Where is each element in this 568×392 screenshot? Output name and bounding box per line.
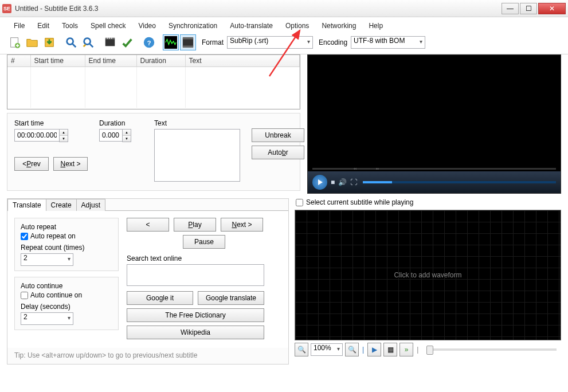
save-file-icon[interactable] xyxy=(41,34,57,50)
table-row[interactable] xyxy=(7,80,300,94)
auto-repeat-on-label: Auto repeat on xyxy=(30,232,76,240)
search-online-input[interactable] xyxy=(127,264,264,286)
maximize-button[interactable]: ☐ xyxy=(520,3,537,14)
new-file-icon[interactable] xyxy=(7,34,23,50)
svg-point-2 xyxy=(67,38,73,45)
menu-tools[interactable]: Tools xyxy=(56,21,84,31)
find-icon[interactable] xyxy=(63,34,79,50)
auto-continue-on-label: Auto continue on xyxy=(30,291,82,299)
svg-text:?: ? xyxy=(147,40,151,46)
menu-options[interactable]: Options xyxy=(280,21,315,31)
video-volume-icon[interactable]: 🔊 xyxy=(338,178,347,186)
title-bar: SE Untitled - Subtitle Edit 3.6.3 — ☐ ✕ xyxy=(0,0,568,17)
tab-bar: Translate Create Adjust xyxy=(7,199,288,211)
waveform-toggle-icon[interactable] xyxy=(163,34,179,50)
start-time-spinner[interactable]: ▲▼ xyxy=(59,129,68,142)
tab-translate[interactable]: Translate xyxy=(7,199,46,211)
col-start[interactable]: Start time xyxy=(30,55,85,66)
open-file-icon[interactable] xyxy=(24,34,40,50)
grid-toggle-icon[interactable]: ▦ xyxy=(383,343,397,356)
encoding-select[interactable]: UTF-8 with BOM xyxy=(351,36,425,49)
tab-create[interactable]: Create xyxy=(46,199,77,211)
col-end[interactable]: End time xyxy=(85,55,136,66)
waveform-slider[interactable] xyxy=(426,348,557,351)
tip-text: Tip: Use <alt+arrow up/down> to go to pr… xyxy=(7,348,288,364)
window-title: Untitled - Subtitle Edit 3.6.3 xyxy=(15,5,500,13)
zoom-select[interactable]: 100% xyxy=(311,343,343,356)
duration-label: Duration xyxy=(99,119,131,127)
svg-rect-14 xyxy=(183,46,193,48)
format-select[interactable]: SubRip (.srt) xyxy=(227,36,313,49)
help-icon[interactable]: ? xyxy=(141,34,157,50)
menu-edit[interactable]: Edit xyxy=(32,21,55,31)
search-online-label: Search text online xyxy=(127,254,281,262)
svg-point-8 xyxy=(111,38,112,39)
menu-networking[interactable]: Networking xyxy=(316,21,362,31)
menu-spellcheck[interactable]: Spell check xyxy=(85,21,131,31)
duration-input[interactable] xyxy=(99,129,122,142)
back-button[interactable]: < xyxy=(127,218,169,232)
minimize-button[interactable]: — xyxy=(502,3,519,14)
play-waveform-icon[interactable]: ▶ xyxy=(367,343,381,356)
col-text[interactable]: Text xyxy=(185,55,300,66)
col-duration[interactable]: Duration xyxy=(136,55,185,66)
close-button[interactable]: ✕ xyxy=(538,3,566,14)
autobr-button[interactable]: Auto br xyxy=(252,146,304,159)
text-input[interactable] xyxy=(154,129,240,182)
forward-icon[interactable]: » xyxy=(399,343,413,356)
text-label: Text xyxy=(154,119,240,127)
play-button[interactable]: Play xyxy=(174,218,216,232)
next-button[interactable]: Next > xyxy=(53,157,88,171)
google-translate-button[interactable]: Google translate xyxy=(198,291,264,305)
select-while-playing-checkbox[interactable] xyxy=(296,199,303,206)
video-toggle-icon[interactable] xyxy=(180,34,196,50)
zoom-in-icon[interactable]: 🔍 xyxy=(345,343,359,356)
auto-continue-label: Auto continue xyxy=(21,282,112,290)
video-play-icon[interactable] xyxy=(312,175,327,190)
video-fullscreen-icon[interactable]: ⛶ xyxy=(350,178,357,186)
replace-icon[interactable] xyxy=(80,34,96,50)
waveform-area[interactable]: Click to add waveform xyxy=(295,210,561,340)
start-time-input[interactable] xyxy=(14,129,59,142)
tab-adjust[interactable]: Adjust xyxy=(76,199,105,211)
svg-rect-13 xyxy=(183,37,193,40)
svg-point-3 xyxy=(84,38,91,45)
table-row[interactable] xyxy=(7,94,300,108)
auto-continue-checkbox[interactable] xyxy=(21,292,28,299)
repeat-count-label: Repeat count (times) xyxy=(21,244,112,252)
google-it-button[interactable]: Google it xyxy=(127,291,193,305)
prev-button[interactable]: < Prev xyxy=(14,157,49,171)
menu-video[interactable]: Video xyxy=(132,21,161,31)
encoding-label: Encoding xyxy=(314,38,350,46)
spellcheck-icon[interactable] xyxy=(119,34,135,50)
start-time-label: Start time xyxy=(14,119,88,127)
edit-box: Start time ▲▼ < Prev Next > Duration ▲▼ xyxy=(7,113,300,191)
format-label: Format xyxy=(197,38,226,46)
auto-repeat-checkbox[interactable] xyxy=(21,233,28,240)
menu-sync[interactable]: Synchronization xyxy=(163,21,223,31)
col-index[interactable]: # xyxy=(7,55,30,66)
unbreak-button[interactable]: Unbreak xyxy=(252,128,304,142)
next-play-button[interactable]: Next > xyxy=(221,218,263,232)
delay-select[interactable]: 2 xyxy=(21,312,73,325)
subtitle-grid[interactable]: # Start time End time Duration Text xyxy=(7,54,300,109)
svg-point-7 xyxy=(109,38,110,39)
table-row[interactable] xyxy=(7,66,300,80)
menu-autotranslate[interactable]: Auto-translate xyxy=(224,21,279,31)
video-stop-icon[interactable]: ■ xyxy=(331,178,335,186)
menu-file[interactable]: File xyxy=(8,21,30,31)
video-player[interactable]: ‹‹ ›› 75% ■ 🔊 ⛶ xyxy=(307,54,561,194)
repeat-count-select[interactable]: 2 xyxy=(21,253,73,266)
menu-help[interactable]: Help xyxy=(363,21,389,31)
auto-repeat-label: Auto repeat xyxy=(21,223,112,231)
waveform-placeholder: Click to add waveform xyxy=(394,271,461,279)
zoom-out-icon[interactable]: 🔍 xyxy=(295,343,308,356)
visual-sync-icon[interactable] xyxy=(102,34,118,50)
pause-button[interactable]: Pause xyxy=(183,235,225,249)
select-while-playing-label: Select current subtitle while playing xyxy=(306,198,413,206)
duration-spinner[interactable]: ▲▼ xyxy=(122,129,131,142)
video-seek-bar[interactable] xyxy=(363,181,556,183)
wikipedia-button[interactable]: Wikipedia xyxy=(127,326,264,339)
free-dictionary-button[interactable]: The Free Dictionary xyxy=(127,308,264,322)
svg-point-6 xyxy=(107,38,108,39)
